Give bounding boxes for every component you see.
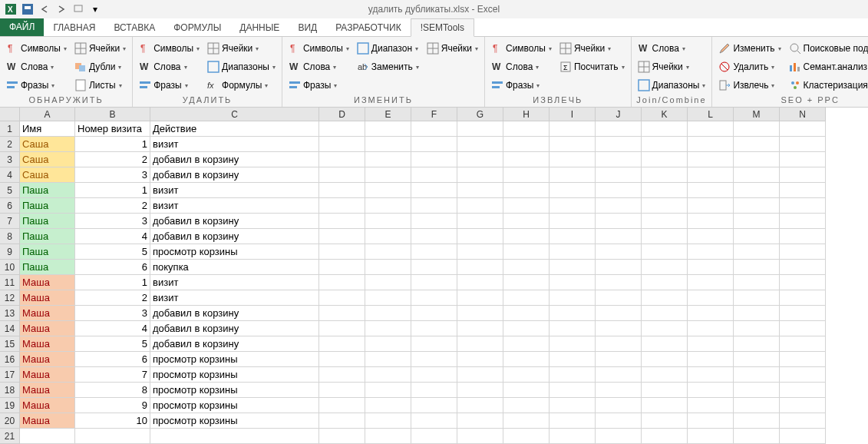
cell-L7[interactable] <box>688 214 734 229</box>
cell-N15[interactable] <box>780 336 826 352</box>
ribbon-button-диапазоны[interactable]: Диапазоны▾ <box>635 77 709 94</box>
ribbon-button-поисковые подсказки[interactable]: Поисковые подсказки▾ <box>786 40 868 57</box>
cell-M11[interactable] <box>734 275 780 290</box>
cell-F9[interactable] <box>411 244 457 260</box>
cell-K20[interactable] <box>642 413 688 429</box>
cell-C18[interactable]: просмотр корзины <box>150 383 319 398</box>
cell-H3[interactable] <box>503 152 550 167</box>
select-all-corner[interactable] <box>0 108 20 121</box>
cell-L11[interactable] <box>688 275 734 290</box>
cell-H20[interactable] <box>503 413 550 429</box>
cell-J17[interactable] <box>596 367 642 383</box>
cell-A17[interactable]: Маша <box>20 367 75 383</box>
cell-A5[interactable]: Паша <box>20 183 75 198</box>
cell-G17[interactable] <box>457 367 503 383</box>
ribbon-button-формулы[interactable]: fxФормулы▾ <box>204 77 279 94</box>
cell-C16[interactable]: просмотр корзины <box>150 352 319 367</box>
cell-M16[interactable] <box>734 352 780 367</box>
cell-E9[interactable] <box>365 244 411 260</box>
cell-D14[interactable] <box>319 321 365 336</box>
row-header[interactable]: 4 <box>0 167 20 183</box>
tab-file[interactable]: ФАЙЛ <box>0 18 44 36</box>
cell-E5[interactable] <box>365 183 411 198</box>
cell-J20[interactable] <box>596 413 642 429</box>
cell-E18[interactable] <box>365 383 411 398</box>
ribbon-button-фразы[interactable]: Фразы▾ <box>285 77 352 94</box>
row-header[interactable]: 21 <box>0 429 20 444</box>
cell-A2[interactable]: Саша <box>20 137 75 152</box>
ribbon-button-символы[interactable]: ¶Символы▾ <box>136 40 203 57</box>
col-header-J[interactable]: J <box>596 108 642 121</box>
cell-J14[interactable] <box>596 321 642 336</box>
ribbon-button-ячейки[interactable]: Ячейки▾ <box>204 40 279 57</box>
cell-E16[interactable] <box>365 352 411 367</box>
cell-M2[interactable] <box>734 137 780 152</box>
cell-G16[interactable] <box>457 352 503 367</box>
cell-F11[interactable] <box>411 275 457 290</box>
ribbon-button-фразы[interactable]: Фразы▾ <box>136 77 203 94</box>
cell-I12[interactable] <box>550 290 596 306</box>
cell-C6[interactable]: визит <box>150 198 319 214</box>
cell-M9[interactable] <box>734 244 780 260</box>
cell-A13[interactable]: Маша <box>20 306 75 321</box>
cell-L19[interactable] <box>688 398 734 413</box>
cell-B1[interactable]: Номер визита <box>75 121 150 137</box>
cell-B3[interactable]: 2 <box>75 152 150 167</box>
cell-G19[interactable] <box>457 398 503 413</box>
ribbon-button-символы[interactable]: ¶Символы▾ <box>488 40 555 57</box>
qat-more-icon[interactable] <box>71 2 86 17</box>
cell-A8[interactable]: Паша <box>20 229 75 244</box>
cell-J1[interactable] <box>596 121 642 137</box>
cell-K9[interactable] <box>642 244 688 260</box>
cell-C5[interactable]: визит <box>150 183 319 198</box>
cell-D10[interactable] <box>319 260 365 275</box>
cell-J11[interactable] <box>596 275 642 290</box>
cell-E3[interactable] <box>365 152 411 167</box>
cell-N21[interactable] <box>780 429 826 444</box>
cell-N9[interactable] <box>780 244 826 260</box>
cell-D21[interactable] <box>319 429 365 444</box>
cell-N3[interactable] <box>780 152 826 167</box>
cell-B10[interactable]: 6 <box>75 260 150 275</box>
cell-K17[interactable] <box>642 367 688 383</box>
tab-!semtools[interactable]: !SEMTools <box>411 18 474 37</box>
cell-N10[interactable] <box>780 260 826 275</box>
cell-D9[interactable] <box>319 244 365 260</box>
ribbon-button-заменить[interactable]: abЗаменить▾ <box>354 58 422 75</box>
cell-C8[interactable]: добавил в корзину <box>150 229 319 244</box>
cell-N4[interactable] <box>780 167 826 183</box>
cell-E7[interactable] <box>365 214 411 229</box>
ribbon-button-ячейки[interactable]: Ячейки▾ <box>424 40 481 57</box>
tab-вставка[interactable]: ВСТАВКА <box>104 19 164 36</box>
cell-C20[interactable]: просмотр корзины <box>150 413 319 429</box>
cell-K16[interactable] <box>642 352 688 367</box>
cell-E1[interactable] <box>365 121 411 137</box>
cell-F15[interactable] <box>411 336 457 352</box>
cell-C15[interactable]: добавил в корзину <box>150 336 319 352</box>
col-header-E[interactable]: E <box>365 108 411 121</box>
col-header-B[interactable]: B <box>75 108 150 121</box>
ribbon-button-фразы[interactable]: Фразы▾ <box>488 77 555 94</box>
cell-E8[interactable] <box>365 229 411 244</box>
cell-H21[interactable] <box>503 429 550 444</box>
cell-L15[interactable] <box>688 336 734 352</box>
cell-J7[interactable] <box>596 214 642 229</box>
cell-E14[interactable] <box>365 321 411 336</box>
undo-icon[interactable] <box>37 2 52 17</box>
row-header[interactable]: 12 <box>0 290 20 306</box>
cell-H16[interactable] <box>503 352 550 367</box>
cell-F6[interactable] <box>411 198 457 214</box>
cell-E6[interactable] <box>365 198 411 214</box>
row-header[interactable]: 15 <box>0 336 20 352</box>
cell-L6[interactable] <box>688 198 734 214</box>
cell-C12[interactable]: визит <box>150 290 319 306</box>
cell-K2[interactable] <box>642 137 688 152</box>
cell-F2[interactable] <box>411 137 457 152</box>
cell-B17[interactable]: 7 <box>75 367 150 383</box>
cell-J3[interactable] <box>596 152 642 167</box>
cell-L9[interactable] <box>688 244 734 260</box>
cell-M14[interactable] <box>734 321 780 336</box>
cell-K14[interactable] <box>642 321 688 336</box>
cell-D8[interactable] <box>319 229 365 244</box>
ribbon-button-слова[interactable]: WСлова▾ <box>285 58 352 75</box>
